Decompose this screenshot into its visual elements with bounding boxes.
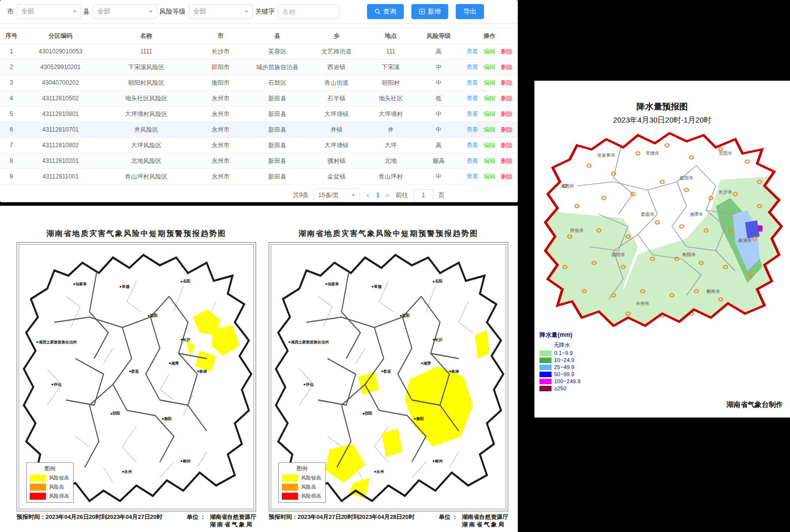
edit-link[interactable]: 编辑 <box>483 110 496 117</box>
cell-risk: 中 <box>416 122 461 138</box>
legend-label: 风险很高 <box>49 493 69 500</box>
view-link[interactable]: 查看 <box>466 79 478 86</box>
delete-link[interactable]: 删除 <box>501 173 513 180</box>
pagination-total: 共9条 <box>292 191 309 200</box>
edit-link[interactable]: 编辑 <box>483 157 496 164</box>
trend-map-footer: 预报时间：2023年04月26日20时到2023年04月27日20时 单位 ： … <box>17 513 256 528</box>
chevron-down-icon <box>73 11 77 13</box>
delete-link[interactable]: 删除 <box>501 126 513 133</box>
next-page-button[interactable]: > <box>385 192 391 199</box>
cell-name: 1111 <box>98 44 194 60</box>
edit-link[interactable]: 编辑 <box>483 173 496 180</box>
county-select[interactable]: 全部 <box>93 4 157 19</box>
legend-item: 风险高 <box>282 484 322 491</box>
cell-no: 8 <box>0 153 23 169</box>
delete-link[interactable]: 删除 <box>501 64 513 71</box>
legend-label: 0.1~9.9 <box>554 350 573 356</box>
risk-zone-table-panel: 市 全部 县 全部 风险等级 全部 关键字 查询 新增 导出 <box>0 0 518 202</box>
view-link[interactable]: 查看 <box>466 157 478 164</box>
search-button[interactable]: 查询 <box>367 4 404 19</box>
view-link[interactable]: 查看 <box>466 64 478 71</box>
map-credit: 湖南省气象台制作 <box>726 400 783 409</box>
edit-link[interactable]: 编辑 <box>483 95 496 102</box>
risk-areas <box>325 330 490 499</box>
cell-name: 下宋溪风险区 <box>98 60 194 75</box>
goto-page-input[interactable] <box>413 189 434 202</box>
table-row: 843112810201北地风险区永州市新田县骥村镇北地极高查看编辑删除 <box>0 153 518 169</box>
legend-swatch <box>30 493 46 500</box>
cell-name: 朝阳村风险区 <box>98 75 194 91</box>
unit-line2: 湖南省气象局 <box>462 521 508 528</box>
prev-page-button[interactable]: < <box>365 192 371 199</box>
delete-link[interactable]: 删除 <box>501 48 513 55</box>
view-link[interactable]: 查看 <box>466 48 478 55</box>
view-link[interactable]: 查看 <box>466 95 478 102</box>
cell-code: 4301029010053 <box>23 44 98 60</box>
legend-label: 风险较高 <box>49 475 69 482</box>
cell-no: 9 <box>0 169 23 185</box>
cell-risk: 中 <box>416 60 461 75</box>
add-button[interactable]: 新增 <box>411 4 448 19</box>
table-row: 443112810502地头社区风险区永州市新田县石羊镇地头社区低查看编辑删除 <box>0 91 518 106</box>
unit-line1: 湖南省自然资源厅 <box>462 513 508 521</box>
page-size-select[interactable]: 15条/页 <box>314 189 360 202</box>
edit-link[interactable]: 编辑 <box>483 64 496 71</box>
chevron-down-icon <box>149 11 153 13</box>
table-row: 743112810802大坪风险区永州市新田县大坪塘镇大坪高查看编辑删除 <box>0 138 518 153</box>
table-row: 643112810701井风险区永州市新田县井镇井中查看编辑删除 <box>0 122 518 138</box>
delete-link[interactable]: 删除 <box>501 95 513 102</box>
precip-legend: 降水量(mm) 无降水 0.1~9.910~24.925~49.950~99.9… <box>539 331 580 391</box>
delete-link[interactable]: 删除 <box>501 110 513 117</box>
city-select-value: 全部 <box>21 7 34 16</box>
cell-city: 永州市 <box>194 122 247 138</box>
column-header: 名称 <box>98 28 194 44</box>
cell-code: 43112810502 <box>23 91 98 106</box>
risk-level-select[interactable]: 全部 <box>189 4 253 19</box>
cell-risk: 高 <box>416 44 461 60</box>
cell-town: 文艺路街道 <box>308 44 366 60</box>
keyword-input[interactable] <box>278 4 339 19</box>
trend-map-title: 湖南省地质灾害气象风险中短期预警预报趋势图 <box>269 229 508 239</box>
view-link[interactable]: 查看 <box>466 110 478 117</box>
legend-swatch <box>282 475 298 482</box>
edit-link[interactable]: 编辑 <box>483 142 496 149</box>
chevron-down-icon <box>245 11 249 13</box>
view-link[interactable]: 查看 <box>466 142 478 149</box>
page-suffix-label: 页 <box>439 191 445 200</box>
cell-city: 衡阳市 <box>194 75 247 91</box>
precip-map-title: 降水量预报图 <box>534 101 790 112</box>
edit-link[interactable]: 编辑 <box>483 126 496 133</box>
cell-name: 地头社区风险区 <box>98 91 194 106</box>
legend-label: 100~249.9 <box>554 378 580 384</box>
cell-town: 石羊镇 <box>308 91 366 106</box>
legend-title: 图例 <box>282 465 322 472</box>
cell-code: 43112810802 <box>23 138 98 153</box>
add-button-label: 新增 <box>428 7 441 16</box>
cell-no: 2 <box>0 60 23 75</box>
edit-link[interactable]: 编辑 <box>483 79 496 86</box>
cell-name: 井风险区 <box>98 122 194 138</box>
precipitation-map-panel: 降水量预报图 2023年4月30日20时-1月20时 <box>534 81 790 418</box>
legend-label: 25~49.9 <box>554 364 574 370</box>
chevron-down-icon <box>351 194 355 197</box>
city-select[interactable]: 全部 <box>17 4 81 19</box>
delete-link[interactable]: 删除 <box>501 157 513 164</box>
legend-item: 25~49.9 <box>539 364 580 370</box>
export-button[interactable]: 导出 <box>456 4 484 19</box>
cell-city: 永州市 <box>194 153 247 169</box>
view-link[interactable]: 查看 <box>466 126 478 133</box>
cell-code: 430529910201 <box>23 60 98 75</box>
cell-city: 邵阳市 <box>194 60 247 75</box>
view-link[interactable]: 查看 <box>466 173 478 180</box>
delete-link[interactable]: 删除 <box>501 142 513 149</box>
delete-link[interactable]: 删除 <box>501 79 513 86</box>
cell-county: 新田县 <box>247 106 308 122</box>
edit-link[interactable]: 编辑 <box>483 48 496 55</box>
county-select-value: 全部 <box>97 7 110 16</box>
cell-name: 北地风险区 <box>98 153 194 169</box>
cell-actions: 查看编辑删除 <box>461 122 518 138</box>
current-page[interactable]: 1 <box>376 192 380 199</box>
search-button-label: 查询 <box>383 7 396 16</box>
cell-no: 3 <box>0 75 23 91</box>
cell-code: 43112811001 <box>23 169 98 185</box>
